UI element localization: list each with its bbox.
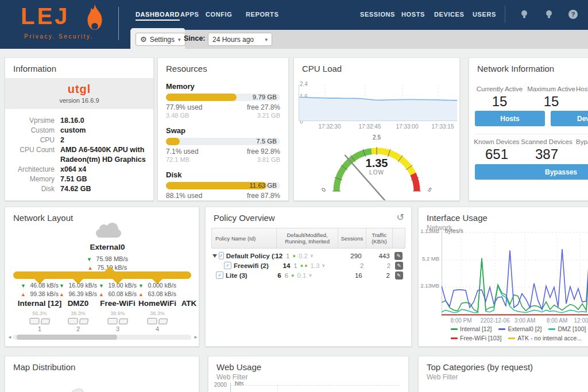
rate-value: 96.39 kB/s — [68, 290, 97, 297]
col-policy-name: Policy Name (Id) — [212, 228, 277, 248]
gauge-status: LOW — [354, 169, 400, 176]
hosts-button[interactable]: Hosts — [475, 111, 545, 126]
chevron-down-icon[interactable]: ∨ — [309, 273, 312, 278]
memory-section: Memory 9.79 GB 77.9% used free 27.8% 3.4… — [166, 82, 280, 119]
cpu-load-chart — [299, 84, 457, 121]
interface-usage-card: Interface Usage Network 1.13MB 5.2 MB 2.… — [418, 207, 588, 347]
scroll-left-icon[interactable]: ◄ — [7, 335, 12, 340]
interface-pct: 56.3% — [32, 311, 47, 316]
card-title: Network Layout — [5, 207, 199, 224]
info-value: 2 — [60, 135, 148, 145]
chevron-down-icon[interactable]: ∨ — [310, 253, 314, 258]
interface-pct: 38.9% — [110, 311, 125, 316]
settings-button[interactable]: ⚙ Settings ▾ — [136, 33, 185, 46]
x-tick: 17:32:30 — [319, 123, 341, 130]
nav-hosts[interactable]: HOSTS — [401, 11, 425, 18]
help-icon[interactable]: ? — [567, 9, 579, 20]
free-pct: free 27.8% — [247, 103, 280, 111]
scrollbar-thumb[interactable] — [17, 335, 117, 340]
lightbulb-icon[interactable] — [519, 9, 530, 20]
gauge-value: 1.35 — [354, 157, 400, 170]
network-layout-card: Network Layout External0 ▼ 75.98 MB/s ▲ … — [5, 207, 199, 347]
table-row[interactable]: ✓ Freewifi (2) 14 1 ● ● 1.3 ∨ 2 2 ✎ — [211, 261, 405, 270]
tab-config[interactable]: CONFIG — [206, 11, 232, 18]
edit-icon[interactable]: ✎ — [395, 271, 403, 280]
used-pct: 77.9% used — [166, 103, 202, 111]
running-dot-icon: ● — [304, 263, 307, 269]
tab-dashboard[interactable]: DASHBOARD — [136, 11, 180, 21]
traffic-value: 443 — [368, 253, 392, 259]
stat-hosts: Hosts — [576, 86, 588, 92]
x-tick: 17:32:45 — [359, 123, 381, 130]
bypasses-button[interactable]: Bypasses — [475, 164, 588, 180]
stat-value: 387 — [515, 146, 578, 162]
bar-total: 9.79 GB — [253, 94, 277, 101]
info-row: CPU 2 — [5, 135, 148, 145]
edit-icon[interactable]: ✎ — [394, 252, 403, 260]
horizontal-scrollbar[interactable] — [13, 335, 191, 340]
col-actions — [393, 228, 405, 248]
free-abs: 6.80 GB — [257, 200, 280, 201]
policy-name: Lite (3) — [226, 272, 247, 279]
y-tick: 2.13MB — [419, 282, 439, 289]
stat-bypassed: Bypassed — [576, 138, 588, 145]
nav-users[interactable]: USERS — [473, 11, 496, 18]
bar-fill — [166, 94, 237, 101]
expander-icon[interactable] — [212, 254, 217, 258]
rate-value: 60.08 kB/s — [108, 290, 137, 297]
brand-tagline: Privacy. Security. — [24, 33, 94, 40]
resources-card: Resources Memory 9.79 GB 77.9% used free… — [157, 57, 289, 201]
count-modified: 6 — [285, 272, 288, 279]
since-select[interactable]: 24 Hours ago ▾ — [208, 33, 272, 46]
devices-button[interactable]: Devices — [551, 111, 588, 126]
info-label: CPU Count — [5, 145, 55, 165]
table-row[interactable]: ✓ Default Policy (1) 12 1 ● 0.2 ∨ 290 44… — [211, 251, 405, 261]
legend-label: Internal [12] — [460, 325, 492, 332]
resource-name: Swap — [166, 126, 280, 135]
information-card: Information utgl version 16.6.9 Vprsime … — [5, 57, 154, 201]
info-row: CPU Count AMD A6-5400K APU with Radeon(t… — [5, 145, 148, 165]
running-dot-icon: ● — [300, 263, 303, 269]
tab-apps[interactable]: APPS — [180, 11, 199, 18]
chevron-down-icon[interactable]: ∨ — [322, 263, 326, 268]
stat-value: 651 — [474, 146, 520, 162]
table-row[interactable]: ✓ Lite (3) 6 6 ● 0.1 ∨ 16 2 ✎ — [211, 270, 405, 280]
count-default: 14 — [283, 262, 291, 269]
scroll-right-icon[interactable]: ► — [194, 335, 198, 340]
traffic-value: 2 — [369, 262, 393, 269]
interface-usage-chart — [442, 231, 588, 316]
tab-reports[interactable]: REPORTS — [246, 11, 278, 18]
stat-known-devices: Known Devices 651 — [474, 138, 520, 162]
product-logo: utgl — [5, 83, 153, 96]
info-label: Disk — [5, 184, 55, 194]
stat-label: Maximum Active — [520, 86, 583, 92]
bar-fill — [166, 138, 180, 145]
refresh-icon[interactable]: ↺ — [397, 212, 404, 223]
table-header: Policy Name (Id) Default/Modified, Runni… — [211, 228, 405, 249]
brand-logo: LEJ — [21, 3, 69, 29]
interface-index: 3 — [116, 325, 119, 332]
free-pct: free 92.8% — [247, 148, 280, 156]
y-tick: 1.13MB — [419, 228, 439, 234]
nav-devices[interactable]: DEVICES — [434, 11, 465, 18]
if-upload: ▲ 63.08 kB/s — [138, 288, 176, 298]
y-axis — [230, 383, 231, 392]
y-tick: 5.2 MB — [419, 255, 439, 262]
network-information-card: Network Information Currently Active 15 … — [469, 57, 588, 201]
product-banner: utgl version 16.6.9 — [5, 78, 153, 109]
free-pct: free 87.8% — [247, 192, 280, 200]
edit-icon[interactable]: ✎ — [395, 262, 403, 270]
checkbox-icon: ✓ — [224, 262, 231, 269]
lightbulb-icon[interactable] — [543, 9, 555, 20]
card-subtitle: Network — [419, 224, 588, 232]
disk-bar: 11.63 GB — [166, 182, 280, 189]
nav-sessions[interactable]: SESSIONS — [360, 11, 395, 18]
stat-label: Scanned Devices — [515, 138, 578, 145]
policy-overview-card: Policy Overview ↺ Policy Name (Id) Defau… — [205, 207, 412, 347]
running-dot-icon: ● — [292, 253, 295, 259]
gridline — [277, 385, 278, 392]
x-tick: 17:33:15 — [432, 123, 454, 130]
info-row: Custom custom — [5, 126, 148, 135]
info-row: Disk 74.62 GB — [5, 184, 148, 194]
map-distribution-card: Map Distribution — [5, 356, 199, 392]
